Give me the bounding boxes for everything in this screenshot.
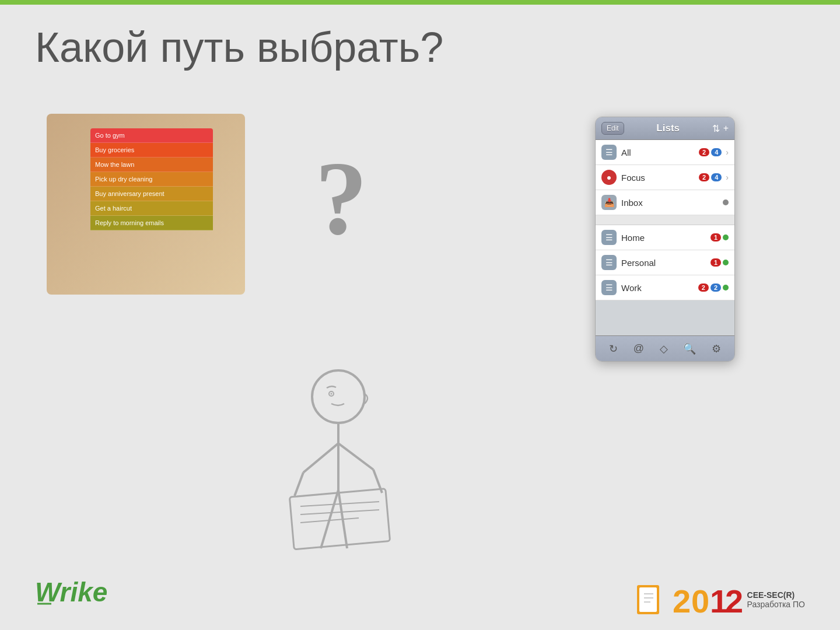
list-separator bbox=[596, 215, 734, 225]
year-number: 2 0 1 2 bbox=[673, 581, 743, 618]
slide-title: Какой путь выбрать? bbox=[35, 23, 443, 71]
dot-home bbox=[723, 235, 729, 240]
list-row-inbox[interactable]: 📥 Inbox bbox=[596, 190, 734, 215]
badge-red-focus: 2 bbox=[699, 173, 709, 181]
list-home-badges: 1 bbox=[710, 233, 729, 242]
ios-edit-button[interactable]: Edit bbox=[601, 122, 624, 135]
footer-settings-icon[interactable]: ⚙ bbox=[712, 342, 721, 355]
question-mark: ? bbox=[315, 146, 368, 251]
list-row-personal[interactable]: ☰ Personal 1 bbox=[596, 250, 734, 275]
list-focus-badges: 2 4 › bbox=[699, 173, 729, 182]
stick-figure bbox=[245, 362, 432, 583]
list-focus-label: Focus bbox=[621, 173, 699, 183]
badge-blue-work: 2 bbox=[710, 284, 721, 292]
chevron-all: › bbox=[726, 148, 729, 157]
svg-line-10 bbox=[300, 510, 379, 514]
svg-point-0 bbox=[312, 370, 365, 423]
list-personal-label: Personal bbox=[621, 258, 710, 268]
top-bar bbox=[0, 0, 840, 5]
todo-item: Go to gym bbox=[90, 128, 213, 143]
list-inbox-icon: 📥 bbox=[601, 195, 617, 210]
list-row-focus[interactable]: ● Focus 2 4 › bbox=[596, 165, 734, 190]
badge-red-all: 2 bbox=[699, 148, 709, 156]
todo-item: Get a haircut bbox=[90, 201, 213, 216]
todo-item: Pick up dry cleaning bbox=[90, 172, 213, 187]
list-all-icon: ☰ bbox=[601, 145, 617, 160]
chevron-focus: › bbox=[726, 173, 729, 182]
footer-tag-icon[interactable]: ◇ bbox=[660, 342, 668, 355]
todo-screen: Go to gymBuy groceriesMow the lawnPick u… bbox=[90, 128, 213, 280]
svg-rect-16 bbox=[639, 587, 657, 612]
todo-item: Buy groceries bbox=[90, 143, 213, 158]
svg-text:2: 2 bbox=[673, 583, 691, 616]
dot-inbox bbox=[723, 200, 729, 205]
badge-red-work: 2 bbox=[698, 284, 709, 292]
todo-item: Reply to morning emails bbox=[90, 216, 213, 230]
svg-line-5 bbox=[295, 473, 303, 496]
cee-sec-subtitle: Разработка ПО bbox=[747, 600, 805, 609]
cee-sec-logo: 2 0 1 2 CEE-SEC(R) Разработка ПО bbox=[636, 581, 805, 618]
footer-at-icon[interactable]: @ bbox=[634, 342, 644, 355]
list-row-home[interactable]: ☰ Home 1 bbox=[596, 225, 734, 250]
list-personal-icon: ☰ bbox=[601, 255, 617, 270]
badge-red-home: 1 bbox=[710, 233, 721, 242]
svg-point-2 bbox=[331, 393, 332, 395]
svg-text:2: 2 bbox=[725, 583, 743, 616]
list-row-all[interactable]: ☰ All 2 4 › bbox=[596, 140, 734, 165]
list-personal-badges: 1 bbox=[710, 258, 729, 267]
dot-personal bbox=[723, 260, 729, 265]
cee-sec-label: CEE-SEC(R) bbox=[747, 590, 805, 600]
ios-header-icons: ⇅ + bbox=[712, 123, 729, 134]
ios-app: Edit Lists ⇅ + ☰ All 2 4 › ● Focus 2 4 ›… bbox=[595, 117, 735, 362]
dot-work bbox=[723, 285, 729, 290]
badge-blue-all: 4 bbox=[711, 148, 722, 156]
ios-header: Edit Lists ⇅ + bbox=[596, 117, 734, 140]
cee-sec-text: CEE-SEC(R) Разработка ПО bbox=[747, 590, 805, 609]
ios-footer: ↻ @ ◇ 🔍 ⚙ bbox=[596, 335, 734, 361]
badge-red-personal: 1 bbox=[710, 258, 721, 267]
svg-line-6 bbox=[338, 443, 373, 470]
svg-text:Wrike: Wrike bbox=[35, 577, 107, 607]
list-work-label: Work bbox=[621, 283, 698, 293]
ios-header-title: Lists bbox=[656, 123, 680, 134]
list-home-label: Home bbox=[621, 233, 710, 243]
svg-text:0: 0 bbox=[691, 583, 709, 616]
todo-item: Mow the lawn bbox=[90, 158, 213, 172]
list-inbox-label: Inbox bbox=[621, 198, 723, 208]
footer-sync-icon[interactable]: ↻ bbox=[609, 342, 618, 355]
badge-blue-focus: 4 bbox=[711, 173, 722, 181]
list-row-work[interactable]: ☰ Work 2 2 bbox=[596, 275, 734, 300]
list-all-badges: 2 4 › bbox=[699, 148, 729, 157]
todo-item: Buy anniversary present bbox=[90, 187, 213, 201]
list-home-icon: ☰ bbox=[601, 230, 617, 245]
sort-icon[interactable]: ⇅ bbox=[712, 123, 720, 134]
list-focus-icon: ● bbox=[601, 170, 617, 185]
list-all-label: All bbox=[621, 148, 699, 158]
footer-search-icon[interactable]: 🔍 bbox=[683, 342, 696, 355]
ios-empty-space bbox=[596, 300, 734, 335]
list-work-icon: ☰ bbox=[601, 280, 617, 295]
list-inbox-badges bbox=[723, 200, 729, 205]
svg-line-12 bbox=[321, 490, 338, 548]
wrike-logo: Wrike bbox=[35, 575, 128, 612]
list-work-badges: 2 2 bbox=[698, 284, 729, 292]
add-icon[interactable]: + bbox=[723, 123, 729, 134]
book-icon bbox=[636, 582, 668, 617]
svg-line-4 bbox=[303, 443, 338, 473]
